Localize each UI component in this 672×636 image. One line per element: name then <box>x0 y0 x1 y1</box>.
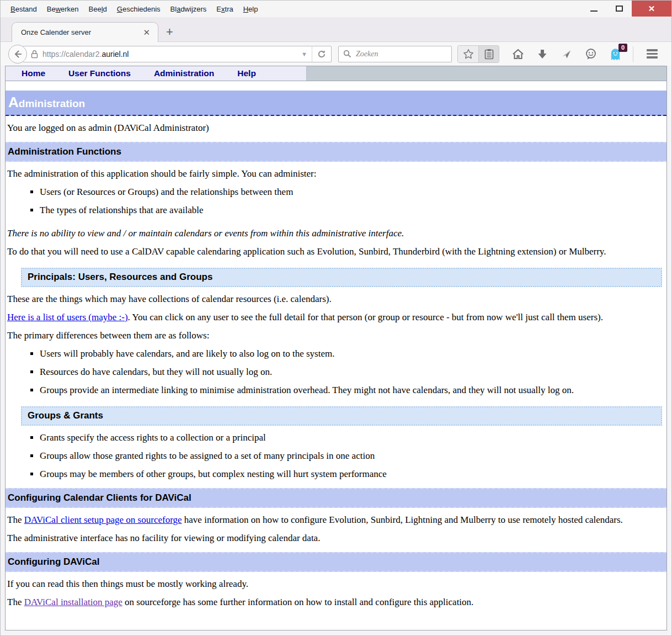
search-box[interactable] <box>338 46 452 62</box>
bookmarks-menu-button[interactable] <box>478 46 499 62</box>
download-icon <box>537 49 548 60</box>
principals-p1: These are the things which may have coll… <box>7 293 665 305</box>
menu-bewerken[interactable]: Bewerken <box>42 3 83 15</box>
principals-p3: The primary differences between them are… <box>7 330 665 342</box>
list-item: Groups may be members of other groups, b… <box>40 468 666 480</box>
menu-geschiedenis[interactable]: Geschiedenis <box>113 3 165 15</box>
list-item: Groups allow those granted rights to be … <box>40 450 666 462</box>
list-item: Users (or Resources or Groups) and the r… <box>40 186 666 198</box>
browser-window: Bestand Bewerken Beeld Geschiedenis Blad… <box>0 0 672 636</box>
clipboard-icon <box>484 49 494 60</box>
home-icon <box>512 49 524 60</box>
search-icon <box>343 50 351 58</box>
send-button[interactable] <box>557 45 577 63</box>
list-item: Grants specify the access rights to a co… <box>40 432 666 444</box>
toolbar-separator <box>633 46 633 62</box>
send-plane-icon <box>561 49 572 60</box>
close-icon: ✕ <box>648 4 655 14</box>
menu-extra[interactable]: Extra <box>212 3 237 15</box>
reload-icon <box>317 50 326 59</box>
nav-user-functions[interactable]: User Functions <box>57 67 142 80</box>
clients-p1: The DAViCal client setup page on sourcef… <box>7 514 665 526</box>
bookmark-star-button[interactable] <box>458 46 478 62</box>
reload-button[interactable] <box>312 46 331 62</box>
bookmark-button-group <box>457 45 499 63</box>
ghostery-button[interactable]: 0 <box>605 45 625 63</box>
page-navigation: Home User Functions Administration Help <box>6 66 666 81</box>
back-button[interactable] <box>8 45 27 63</box>
ghostery-badge: 0 <box>618 44 627 52</box>
downloads-button[interactable] <box>532 45 552 63</box>
tab-active[interactable]: Onze Calender server ✕ <box>12 22 158 42</box>
list-item: Groups provide an intermediate linking t… <box>40 384 666 396</box>
nav-help[interactable]: Help <box>226 67 268 80</box>
hamburger-icon <box>647 49 658 51</box>
menu-hamburger-button[interactable] <box>642 45 662 63</box>
new-tab-button[interactable]: + <box>158 25 181 41</box>
subsection-groups-grants-title: Groups & Grants <box>21 406 662 426</box>
close-button[interactable]: ✕ <box>632 1 671 17</box>
subsection-principals-title: Principals: Users, Resources and Groups <box>21 268 662 287</box>
page-viewport: Home User Functions Administration Help … <box>5 66 667 630</box>
back-arrow-icon <box>13 49 23 59</box>
toolbar-icons: 0 <box>504 45 662 63</box>
minimize-icon <box>590 10 598 12</box>
admin-note: There is no ability to view and / or mai… <box>7 227 665 240</box>
menu-bestand[interactable]: Bestand <box>6 3 41 15</box>
admin-functions-list: Users (or Resources or Groups) and the r… <box>6 186 666 216</box>
admin-functions-intro: The administration of this application s… <box>7 168 665 180</box>
installation-page-link[interactable]: DAViCal installation page <box>24 597 122 607</box>
principals-list: Users will probably have calendars, and … <box>6 348 666 396</box>
minimize-button[interactable] <box>581 1 606 17</box>
menu-help[interactable]: Help <box>239 3 263 15</box>
url-scheme: https://calendar2. <box>42 50 102 59</box>
url-dropdown-icon[interactable]: ▼ <box>297 51 312 57</box>
section-admin-functions-title: Administration Functions <box>6 142 666 162</box>
search-input[interactable] <box>355 49 443 59</box>
nav-administration[interactable]: Administration <box>142 67 226 80</box>
clients-p2: The administrative interface has no faci… <box>7 532 665 544</box>
client-setup-link[interactable]: DAViCal client setup page on sourceforge <box>24 515 182 525</box>
tab-title: Onze Calender server <box>21 28 141 36</box>
list-item: Users will probably have calendars, and … <box>40 348 666 360</box>
logged-on-text: You are logged on as admin (DAViCal Admi… <box>7 122 665 134</box>
maximize-button[interactable] <box>606 1 632 17</box>
list-item: Resources do have calendars, but they wi… <box>40 366 666 378</box>
url-domain: auriel.nl <box>102 50 129 59</box>
window-controls: ✕ <box>581 1 671 17</box>
menu-beeld[interactable]: Beeld <box>84 3 111 15</box>
caldav-note: To do that you will need to use a CalDAV… <box>7 246 665 258</box>
maximize-icon <box>616 6 623 12</box>
page-title: Administration <box>6 91 666 116</box>
menu-bar: Bestand Bewerken Beeld Geschiedenis Blad… <box>1 1 671 17</box>
section-clients-title: Configuring Calendar Clients for DAViCal <box>6 488 666 508</box>
groups-grants-list: Grants specify the access rights to a co… <box>6 432 666 480</box>
nav-home[interactable]: Home <box>10 67 57 80</box>
principals-p2: Here is a list of users (maybe :-). You … <box>7 311 665 324</box>
section-configuring-title: Configuring DAViCal <box>6 552 666 572</box>
users-list-link[interactable]: Here is a list of users (maybe :-) <box>7 312 128 322</box>
star-icon <box>463 49 474 60</box>
menu-bladwijzers[interactable]: Bladwijzers <box>166 3 211 15</box>
smiley-bubble-icon <box>585 48 597 60</box>
configuring-p1: If you can read this then things must be… <box>7 578 665 590</box>
list-item: The types of relationships that are avai… <box>40 204 666 216</box>
configuring-p2: The DAViCal installation page on sourcef… <box>7 596 665 608</box>
tab-bar: Onze Calender server ✕ + <box>1 17 671 41</box>
tab-close-icon[interactable]: ✕ <box>141 26 152 39</box>
navigation-toolbar: https://calendar2.auriel.nl ▼ <box>1 41 671 66</box>
url-text: https://calendar2.auriel.nl <box>42 50 297 59</box>
home-button[interactable] <box>508 45 528 63</box>
url-bar[interactable]: https://calendar2.auriel.nl ▼ <box>23 46 332 62</box>
lock-icon[interactable] <box>31 50 38 59</box>
hello-button[interactable] <box>581 45 601 63</box>
